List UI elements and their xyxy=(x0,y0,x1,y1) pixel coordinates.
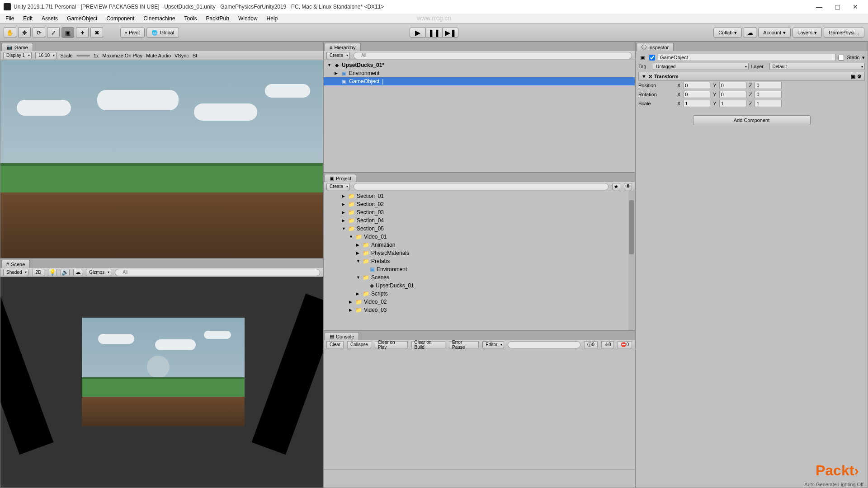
project-tab[interactable]: ▣ Project xyxy=(325,174,356,182)
project-item[interactable]: ▶📁Section_01 xyxy=(324,192,635,200)
transform-tool[interactable]: ✦ xyxy=(76,27,89,38)
menu-cinemachine[interactable]: Cinemachine xyxy=(140,14,179,23)
project-create[interactable]: Create xyxy=(326,183,350,190)
console-collapse[interactable]: Collapse xyxy=(347,341,371,348)
maximize-button[interactable]: ▢ xyxy=(828,0,846,14)
hierarchy-item-gameobject[interactable]: ▣ GameObject| xyxy=(324,77,635,85)
component-help-icon[interactable]: ▣ xyxy=(851,74,855,80)
scene-search[interactable] xyxy=(115,269,320,276)
pause-button[interactable]: ❚❚ xyxy=(426,28,442,38)
project-item[interactable]: ▶📁Scripts xyxy=(324,290,635,298)
light-toggle[interactable]: 💡 xyxy=(48,269,57,276)
console-clear[interactable]: Clear xyxy=(326,341,344,348)
cloud-button[interactable]: ☁ xyxy=(744,27,756,38)
console-warn-count[interactable]: ⚠0 xyxy=(601,341,614,348)
gizmos-dropdown[interactable]: Gizmos xyxy=(86,269,111,276)
hierarchy-create[interactable]: Create xyxy=(326,52,350,59)
2d-toggle[interactable]: 2D xyxy=(32,269,44,276)
custom-tool[interactable]: ✖ xyxy=(90,27,103,38)
scale-y[interactable] xyxy=(719,100,746,107)
console-info-count[interactable]: ⓘ0 xyxy=(584,341,598,348)
console-editor[interactable]: Editor xyxy=(482,341,504,348)
project-item[interactable]: ▶📁Section_04 xyxy=(324,216,635,225)
project-item[interactable]: ▼📁Scenes xyxy=(324,273,635,282)
project-search[interactable] xyxy=(354,183,609,190)
static-checkbox[interactable] xyxy=(838,55,844,61)
inspector-tab[interactable]: ⓘ Inspector xyxy=(637,43,674,51)
position-z[interactable] xyxy=(755,82,782,89)
aspect-dropdown[interactable]: 16:10 xyxy=(35,52,57,59)
project-item[interactable]: ▼📁Video_01 xyxy=(324,233,635,241)
scale-x[interactable] xyxy=(683,100,710,107)
rotation-y[interactable] xyxy=(719,91,746,98)
menu-window[interactable]: Window xyxy=(235,14,261,23)
project-item[interactable]: ▼📁Section_05 xyxy=(324,225,635,233)
project-item[interactable]: ▶📁Animation xyxy=(324,241,635,249)
hierarchy-item-environment[interactable]: ▶▣ Environment xyxy=(324,69,635,77)
console-search[interactable] xyxy=(508,341,580,348)
menu-tools[interactable]: Tools xyxy=(181,14,201,23)
step-button[interactable]: ▶❚ xyxy=(442,28,458,38)
scene-tab[interactable]: # Scene xyxy=(1,260,30,268)
position-x[interactable] xyxy=(683,82,710,89)
rotation-z[interactable] xyxy=(755,91,782,98)
component-settings-icon[interactable]: ⚙ xyxy=(857,74,862,80)
hierarchy-tab[interactable]: ≡ Hierarchy xyxy=(325,43,361,51)
scale-z[interactable] xyxy=(755,100,782,107)
rotation-x[interactable] xyxy=(683,91,710,98)
project-item[interactable]: ▶📁Section_02 xyxy=(324,200,635,208)
hand-tool[interactable]: ✋ xyxy=(4,27,16,38)
audio-toggle[interactable]: 🔊 xyxy=(61,269,70,276)
layers-dropdown[interactable]: Layers ▾ xyxy=(793,28,822,38)
hierarchy-search[interactable] xyxy=(354,52,632,59)
console-tab[interactable]: ▤ Console xyxy=(325,332,359,340)
hidden-icon[interactable]: 👁 xyxy=(624,183,632,190)
minimize-button[interactable]: — xyxy=(810,0,828,14)
favorites-icon[interactable]: ★ xyxy=(612,183,620,190)
rotate-tool[interactable]: ⟳ xyxy=(33,27,45,38)
project-item[interactable]: ▶📁PhysicMaterials xyxy=(324,249,635,257)
console-error-count[interactable]: ⛔0 xyxy=(618,341,632,348)
display-dropdown[interactable]: Display 1 xyxy=(3,52,32,59)
move-tool[interactable]: ✥ xyxy=(18,27,31,38)
fx-toggle[interactable]: ☁ xyxy=(73,269,82,276)
project-item[interactable]: ▣Environment xyxy=(324,265,635,273)
rect-tool[interactable]: ▣ xyxy=(61,27,74,38)
scene-view[interactable] xyxy=(0,277,323,488)
mute-toggle[interactable]: Mute Audio xyxy=(146,53,171,58)
layout-dropdown[interactable]: GamePhysi… xyxy=(824,28,864,38)
console-clear-play[interactable]: Clear on Play xyxy=(375,341,408,348)
project-scrollbar[interactable] xyxy=(628,191,635,330)
menu-assets[interactable]: Assets xyxy=(38,14,61,23)
stats-toggle[interactable]: St xyxy=(193,53,197,58)
scale-tool[interactable]: ⤢ xyxy=(47,27,60,38)
menu-file[interactable]: File xyxy=(2,14,18,23)
close-button[interactable]: ✕ xyxy=(846,0,864,14)
menu-component[interactable]: Component xyxy=(103,14,138,23)
project-item[interactable]: ▶📁Section_03 xyxy=(324,208,635,216)
project-item[interactable]: ◆UpsetDucks_01 xyxy=(324,282,635,290)
console-error-pause[interactable]: Error Pause xyxy=(449,341,479,348)
menu-help[interactable]: Help xyxy=(263,14,282,23)
menu-gameobject[interactable]: GameObject xyxy=(63,14,101,23)
collab-dropdown[interactable]: Collab ▾ xyxy=(713,28,742,38)
scene-row[interactable]: ▼◆ UpsetDucks_01* xyxy=(324,61,635,69)
tag-dropdown[interactable]: Untagged xyxy=(653,63,749,70)
account-dropdown[interactable]: Account ▾ xyxy=(758,28,791,38)
project-item[interactable]: ▼📁Prefabs xyxy=(324,257,635,265)
game-tab[interactable]: 📷 Game xyxy=(1,43,33,51)
scale-slider[interactable] xyxy=(76,55,90,56)
gameobject-name-field[interactable] xyxy=(658,54,835,61)
pivot-toggle[interactable]: ▪Pivot xyxy=(120,28,145,38)
project-item[interactable]: ▶📁Video_02 xyxy=(324,298,635,306)
project-item[interactable]: ▶📁Video_03 xyxy=(324,306,635,314)
active-checkbox[interactable] xyxy=(649,55,655,61)
layer-dropdown[interactable]: Default xyxy=(769,63,865,70)
menu-packtpub[interactable]: PacktPub xyxy=(203,14,233,23)
vsync-toggle[interactable]: VSync xyxy=(175,53,189,58)
global-toggle[interactable]: 🌐Global xyxy=(146,28,179,38)
position-y[interactable] xyxy=(719,82,746,89)
console-clear-build[interactable]: Clear on Build xyxy=(411,341,445,348)
transform-header[interactable]: ▼⤧ Transform ▣ ⚙ xyxy=(638,72,865,81)
play-button[interactable]: ▶ xyxy=(410,28,426,38)
